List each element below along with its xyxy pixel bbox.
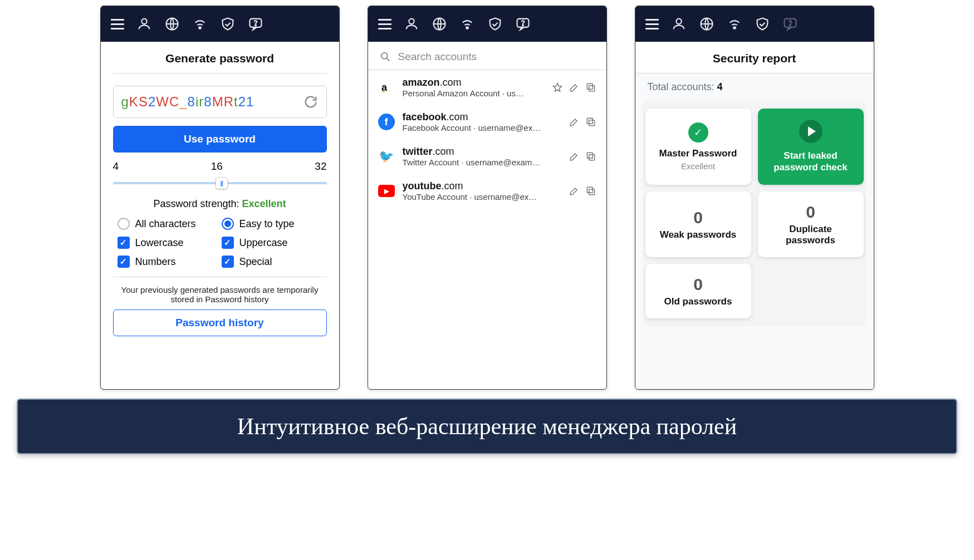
svg-point-9 bbox=[522, 24, 523, 26]
slider-labels: 4 16 32 bbox=[113, 160, 327, 173]
svg-rect-13 bbox=[589, 120, 594, 126]
star-icon[interactable] bbox=[552, 82, 563, 93]
strength-value: Excellent bbox=[242, 198, 286, 209]
topbar bbox=[635, 6, 874, 42]
master-password-card[interactable]: ✓ Master Password Excellent bbox=[645, 109, 751, 185]
twitter-icon: 🐦 bbox=[378, 148, 395, 165]
youtube-icon: ▶ bbox=[378, 185, 395, 197]
globe-icon[interactable] bbox=[164, 16, 180, 32]
menu-icon[interactable] bbox=[378, 19, 391, 30]
account-row[interactable]: f facebook.com Facebook Account · userna… bbox=[368, 105, 606, 139]
search-placeholder: Search accounts bbox=[398, 51, 477, 63]
password-box: gKS2WC_8ir8MRt21 bbox=[113, 86, 327, 118]
edit-icon[interactable] bbox=[569, 151, 580, 162]
svg-point-21 bbox=[733, 27, 736, 29]
edit-icon[interactable] bbox=[569, 82, 580, 93]
content: Search accounts a⌣ amazon.com Personal A… bbox=[368, 42, 606, 389]
use-password-button[interactable]: Use password bbox=[113, 126, 327, 153]
chk-numbers[interactable]: ✓Numbers bbox=[118, 256, 218, 268]
globe-icon[interactable] bbox=[699, 16, 714, 32]
svg-rect-12 bbox=[587, 83, 593, 89]
caption-banner: Интуитивное веб-расширение менеджера пар… bbox=[17, 399, 957, 454]
divider bbox=[113, 73, 327, 73]
profile-icon[interactable] bbox=[404, 16, 419, 32]
menu-icon[interactable] bbox=[645, 19, 659, 30]
weak-passwords-card[interactable]: 0 Weak passwords bbox=[645, 191, 751, 257]
check-icon: ✓ bbox=[688, 122, 708, 143]
play-icon bbox=[799, 120, 823, 143]
svg-point-5 bbox=[409, 19, 414, 24]
cards-grid: ✓ Master Password Excellent Start leaked… bbox=[643, 101, 866, 326]
svg-rect-16 bbox=[587, 153, 593, 158]
facebook-icon: f bbox=[378, 114, 395, 130]
svg-rect-17 bbox=[589, 189, 594, 195]
edit-icon[interactable] bbox=[569, 116, 580, 127]
panel-generate: Generate password gKS2WC_8ir8MRt21 Use p… bbox=[100, 6, 340, 390]
svg-point-2 bbox=[199, 27, 201, 29]
chk-lowercase[interactable]: ✓Lowercase bbox=[118, 237, 218, 249]
svg-rect-15 bbox=[589, 155, 594, 160]
refresh-icon[interactable] bbox=[303, 94, 319, 110]
account-row[interactable]: a⌣ amazon.com Personal Amazon Account · … bbox=[368, 70, 606, 105]
radio-easy-type[interactable]: Easy to type bbox=[222, 218, 322, 230]
copy-icon[interactable] bbox=[585, 116, 596, 127]
svg-rect-11 bbox=[589, 86, 594, 91]
strength-row: Password strength: Excellent bbox=[101, 198, 339, 210]
slider-thumb[interactable] bbox=[216, 177, 228, 189]
panels-row: Generate password gKS2WC_8ir8MRt21 Use p… bbox=[6, 6, 968, 390]
total-accounts: Total accounts: 4 bbox=[635, 73, 874, 101]
wifi-icon[interactable] bbox=[192, 16, 208, 32]
wifi-icon[interactable] bbox=[727, 16, 742, 32]
copy-icon[interactable] bbox=[585, 82, 596, 93]
password-text: gKS2WC_8ir8MRt21 bbox=[121, 94, 254, 110]
strength-label: Password strength: bbox=[153, 198, 239, 209]
divider bbox=[113, 277, 327, 277]
svg-point-23 bbox=[790, 24, 791, 26]
password-history-button[interactable]: Password history bbox=[113, 310, 327, 336]
slider-min: 4 bbox=[113, 160, 119, 173]
svg-point-10 bbox=[381, 53, 387, 59]
panel-security: Security report Total accounts: 4 ✓ Mast… bbox=[635, 6, 874, 390]
profile-icon[interactable] bbox=[136, 16, 152, 32]
profile-icon[interactable] bbox=[671, 16, 687, 32]
length-slider[interactable] bbox=[113, 177, 327, 188]
leaked-check-card[interactable]: Start leaked password check bbox=[758, 109, 864, 185]
chk-special[interactable]: ✓Special bbox=[222, 256, 322, 268]
history-note: Your previously generated passwords are … bbox=[116, 285, 324, 304]
svg-rect-18 bbox=[587, 187, 593, 193]
svg-point-19 bbox=[676, 19, 681, 24]
wifi-icon[interactable] bbox=[459, 16, 475, 32]
account-row[interactable]: 🐦 twitter.com Twitter Account · username… bbox=[368, 139, 606, 174]
search-icon bbox=[379, 51, 391, 63]
shield-icon[interactable] bbox=[755, 16, 770, 32]
copy-icon[interactable] bbox=[585, 151, 596, 162]
chk-uppercase[interactable]: ✓Uppercase bbox=[222, 237, 322, 249]
page-title: Generate password bbox=[101, 42, 339, 73]
topbar bbox=[368, 6, 606, 42]
help-icon[interactable] bbox=[515, 16, 531, 32]
svg-point-4 bbox=[255, 24, 256, 26]
copy-icon[interactable] bbox=[585, 185, 596, 197]
topbar bbox=[101, 6, 339, 42]
content: Generate password gKS2WC_8ir8MRt21 Use p… bbox=[101, 42, 339, 389]
page-title: Security report bbox=[635, 42, 874, 73]
svg-point-0 bbox=[141, 19, 146, 24]
edit-icon[interactable] bbox=[569, 185, 580, 197]
slider-value: 16 bbox=[211, 160, 223, 173]
shield-icon[interactable] bbox=[220, 16, 236, 32]
account-row[interactable]: ▶ youtube.com YouTube Account · username… bbox=[368, 174, 606, 208]
svg-rect-14 bbox=[587, 118, 593, 124]
radio-all-chars[interactable]: All characters bbox=[118, 218, 218, 230]
svg-point-7 bbox=[466, 27, 468, 29]
options-grid: All characters Easy to type ✓Lowercase ✓… bbox=[118, 218, 322, 268]
shield-icon[interactable] bbox=[487, 16, 503, 32]
panel-accounts: Search accounts a⌣ amazon.com Personal A… bbox=[368, 6, 607, 390]
globe-icon[interactable] bbox=[432, 16, 447, 32]
menu-icon[interactable] bbox=[111, 19, 124, 30]
help-icon[interactable] bbox=[248, 16, 263, 32]
duplicate-passwords-card[interactable]: 0 Duplicate passwords bbox=[758, 191, 864, 257]
old-passwords-card[interactable]: 0 Old passwords bbox=[645, 264, 751, 318]
amazon-icon: a⌣ bbox=[378, 79, 395, 96]
help-icon[interactable] bbox=[782, 16, 798, 32]
search-bar[interactable]: Search accounts bbox=[368, 42, 606, 70]
